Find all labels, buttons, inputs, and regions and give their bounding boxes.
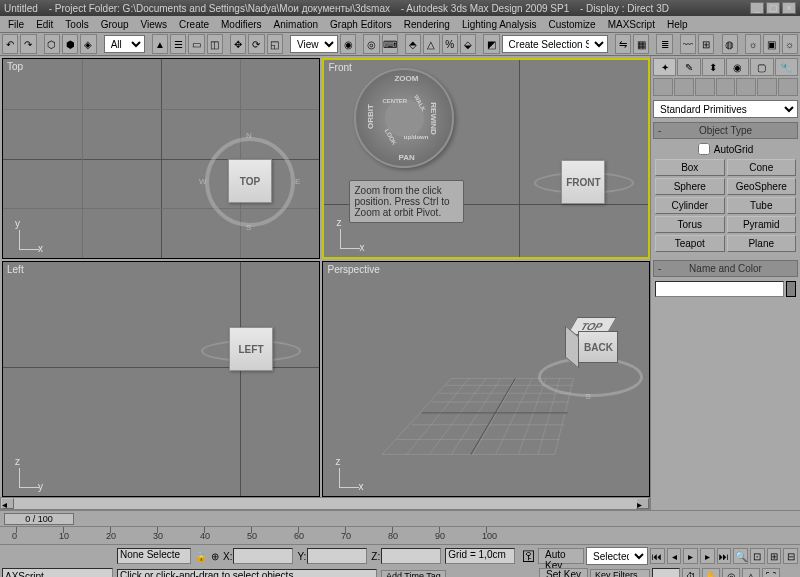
keyboard-shortcut-button[interactable]: ⌨	[382, 34, 398, 54]
layers-button[interactable]: ≣	[656, 34, 672, 54]
viewcube-perspective[interactable]: TOP BACK	[568, 317, 618, 367]
pan-view-button[interactable]: ✋	[702, 568, 720, 577]
render-production-button[interactable]: ☼	[782, 34, 798, 54]
maxscript-listener[interactable]: AXScript.	[2, 568, 113, 577]
current-frame-input[interactable]	[652, 568, 680, 577]
menu-create[interactable]: Create	[173, 18, 215, 31]
viewport-left[interactable]: Left LEFT zy	[2, 261, 320, 497]
menu-graph-editors[interactable]: Graph Editors	[324, 18, 398, 31]
tube-button[interactable]: Tube	[727, 197, 797, 214]
rendered-frame-button[interactable]: ▣	[763, 34, 779, 54]
viewport-top[interactable]: Top N E S W TOP yx	[2, 58, 320, 259]
select-region-button[interactable]: ▭	[188, 34, 204, 54]
viewport-scrollbar[interactable]: ◂ ▸	[0, 497, 650, 510]
zoom-extents-all-button[interactable]: ⊟	[783, 548, 798, 564]
viewcube-front[interactable]: FRONT	[561, 160, 605, 204]
next-frame-button[interactable]: ▸	[700, 548, 715, 564]
goto-start-button[interactable]: ⏮	[650, 548, 665, 564]
menu-help[interactable]: Help	[661, 18, 694, 31]
viewport-front[interactable]: Front ZOOM REWIND PAN ORBIT CENTER WALK …	[322, 58, 650, 259]
scale-button[interactable]: ◱	[267, 34, 283, 54]
geosphere-button[interactable]: GeoSphere	[727, 178, 797, 195]
percent-snap-button[interactable]: %	[442, 34, 458, 54]
lock-icon[interactable]: 🔒	[195, 551, 207, 562]
utilities-panel-tab[interactable]: 🔧	[775, 58, 798, 76]
minimize-button[interactable]: _	[750, 2, 764, 14]
menu-edit[interactable]: Edit	[30, 18, 59, 31]
move-button[interactable]: ✥	[230, 34, 246, 54]
scroll-right-button[interactable]: ▸	[636, 498, 649, 509]
scroll-left-button[interactable]: ◂	[1, 498, 14, 509]
select-by-name-button[interactable]: ☰	[170, 34, 186, 54]
lights-tab[interactable]	[695, 78, 715, 96]
angle-snap-button[interactable]: △	[423, 34, 439, 54]
viewcube-top[interactable]: TOP	[228, 159, 272, 203]
window-crossing-button[interactable]: ◫	[207, 34, 223, 54]
menu-modifiers[interactable]: Modifiers	[215, 18, 268, 31]
plane-button[interactable]: Plane	[727, 235, 797, 252]
render-setup-button[interactable]: ☼	[745, 34, 761, 54]
set-key-button[interactable]: Set Key	[539, 568, 588, 577]
motion-panel-tab[interactable]: ◉	[726, 58, 749, 76]
menu-tools[interactable]: Tools	[59, 18, 94, 31]
geometry-tab[interactable]	[653, 78, 673, 96]
schematic-view-button[interactable]: ⊞	[698, 34, 714, 54]
name-color-rollout[interactable]: -Name and Color	[653, 260, 798, 277]
cone-button[interactable]: Cone	[727, 159, 797, 176]
z-coord-input[interactable]	[381, 548, 441, 564]
primitive-type-dropdown[interactable]: Standard Primitives	[653, 100, 798, 118]
selection-filter-dropdown[interactable]: All	[104, 35, 145, 53]
object-type-rollout[interactable]: -Object Type	[653, 122, 798, 139]
object-color-swatch[interactable]	[786, 281, 796, 297]
hierarchy-panel-tab[interactable]: ⬍	[702, 58, 725, 76]
torus-button[interactable]: Torus	[655, 216, 725, 233]
sphere-button[interactable]: Sphere	[655, 178, 725, 195]
menu-animation[interactable]: Animation	[268, 18, 324, 31]
zoom-extents-button[interactable]: ⊞	[767, 548, 782, 564]
wheel-pan[interactable]: PAN	[398, 153, 414, 162]
add-time-tag-button[interactable]: Add Time Tag	[381, 570, 446, 577]
reference-coord-dropdown[interactable]: View	[290, 35, 338, 53]
helpers-tab[interactable]	[736, 78, 756, 96]
menu-views[interactable]: Views	[135, 18, 174, 31]
auto-key-button[interactable]: Auto Key	[538, 548, 584, 564]
modify-panel-tab[interactable]: ✎	[677, 58, 700, 76]
menu-file[interactable]: File	[2, 18, 30, 31]
viewcube-left[interactable]: LEFT	[229, 327, 273, 371]
curve-editor-button[interactable]: 〰	[680, 34, 696, 54]
goto-end-button[interactable]: ⏭	[717, 548, 732, 564]
bind-space-warp-button[interactable]: ◈	[80, 34, 96, 54]
wheel-rewind[interactable]: REWIND	[429, 102, 438, 134]
prev-frame-button[interactable]: ◂	[667, 548, 682, 564]
coord-mode-icon[interactable]: ⊕	[211, 551, 219, 562]
box-button[interactable]: Box	[655, 159, 725, 176]
material-editor-button[interactable]: ◍	[722, 34, 738, 54]
zoom-button[interactable]: 🔍	[733, 548, 748, 564]
menu-customize[interactable]: Customize	[542, 18, 601, 31]
rotate-button[interactable]: ⟳	[248, 34, 264, 54]
menu-group[interactable]: Group	[95, 18, 135, 31]
time-slider-handle[interactable]: 0 / 100	[4, 513, 74, 525]
cylinder-button[interactable]: Cylinder	[655, 197, 725, 214]
wheel-center[interactable]: CENTER	[382, 98, 407, 104]
steering-wheel[interactable]: ZOOM REWIND PAN ORBIT CENTER WALK LOOK u…	[354, 68, 454, 168]
snap-toggle-button[interactable]: ⬘	[405, 34, 421, 54]
menu-rendering[interactable]: Rendering	[398, 18, 456, 31]
select-object-button[interactable]: ▲	[152, 34, 168, 54]
spinner-snap-button[interactable]: ⬙	[460, 34, 476, 54]
key-mode-dropdown[interactable]: Selected	[586, 547, 648, 565]
wheel-updown[interactable]: up/down	[404, 134, 429, 140]
arc-rotate-button[interactable]: ◎	[722, 568, 740, 577]
play-button[interactable]: ▸	[683, 548, 698, 564]
shapes-tab[interactable]	[674, 78, 694, 96]
cameras-tab[interactable]	[716, 78, 736, 96]
link-button[interactable]: ⬡	[44, 34, 60, 54]
unlink-button[interactable]: ⬢	[62, 34, 78, 54]
time-ruler[interactable]: 0102030405060708090100	[0, 526, 800, 544]
teapot-button[interactable]: Teapot	[655, 235, 725, 252]
time-slider-bar[interactable]: 0 / 100	[0, 510, 800, 526]
create-panel-tab[interactable]: ✦	[653, 58, 676, 76]
named-selection-sets-dropdown[interactable]: Create Selection Set	[502, 35, 608, 53]
menu-lighting-analysis[interactable]: Lighting Analysis	[456, 18, 543, 31]
align-button[interactable]: ▦	[633, 34, 649, 54]
